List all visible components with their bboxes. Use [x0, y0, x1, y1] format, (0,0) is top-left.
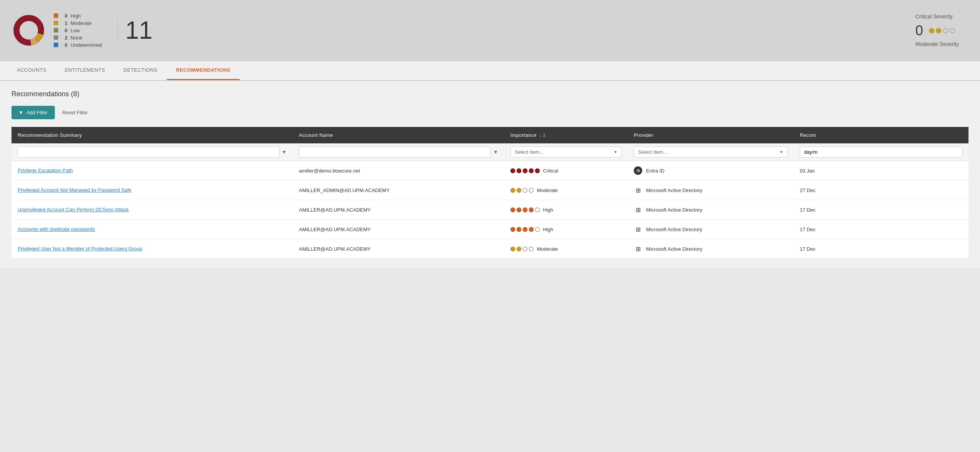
filter-importance-arrow: ▼ [613, 150, 617, 154]
legend-count-undetermined: 0 [61, 42, 67, 48]
filter-account-wrapper: ▼ [299, 146, 498, 158]
date-cell: 17 Dec [794, 239, 968, 259]
severity-row: 0 [915, 23, 959, 39]
legend-count-high: 0 [61, 13, 67, 19]
filter-summary-icon[interactable]: ▼ [282, 149, 287, 155]
importance-label: Moderate [537, 187, 558, 193]
account-cell: AMILLER@AD.UPM.ACADEMY [293, 220, 504, 239]
importance-wrapper: Critical [510, 168, 622, 174]
table-body: Privilege Escalation Path amiller@demo.b… [12, 161, 968, 259]
provider-name: Microsoft Active Directory [646, 207, 702, 213]
provider-cell: ⊞ Microsoft Active Directory [628, 220, 794, 239]
importance-dots [510, 207, 540, 212]
legend-dot-moderate [54, 21, 58, 25]
summary-link[interactable]: Privileged User Not a Member of Protecte… [18, 246, 142, 251]
entra-icon: ⊙ [634, 166, 642, 175]
account-cell: AMILLER_ADMIN@AD.UPM.ACADEMY [293, 181, 504, 200]
tab-nav: ACCOUNTS ENTITLEMENTS DETECTIONS RECOMME… [0, 61, 980, 81]
provider-cell: ⊙ Entra ID [628, 161, 794, 181]
legend-item-undetermined: 0 Undetermined [54, 42, 102, 48]
sev-dot-4 [950, 28, 955, 33]
col-importance: Importance ↓ 2 [504, 127, 628, 143]
importance-sort-indicator: ↓ 2 [539, 133, 546, 138]
imp-dot-1 [510, 168, 515, 173]
table-header-row: Recommendation Summary Account Name Impo… [12, 127, 968, 143]
tab-entitlements[interactable]: ENTITLEMENTS [56, 61, 114, 80]
importance-wrapper: High [510, 227, 622, 232]
provider-wrapper: ⊞ Microsoft Active Directory [634, 205, 788, 214]
legend-count-low: 0 [61, 28, 67, 33]
summary-cell: Privileged Account Not Managed by Passwo… [12, 181, 293, 200]
filter-recom-input[interactable] [800, 146, 962, 158]
filter-summary-cell: ▼ [12, 143, 293, 161]
legend-label-none: None [71, 35, 82, 41]
imp-dot-1 [510, 188, 515, 193]
account-name: AMILLER_ADMIN@AD.UPM.ACADEMY [299, 187, 390, 193]
imp-dot-2 [516, 227, 521, 232]
legend-label-low: Low [71, 28, 80, 33]
account-name: AMILLER@AD.UPM.ACADEMY [299, 207, 371, 213]
summary-link[interactable]: Privilege Escalation Path [18, 168, 73, 173]
filter-recom-cell [794, 143, 968, 161]
imp-dot-1 [510, 207, 515, 212]
date-value: 17 Dec [800, 227, 816, 232]
table-row: Privilege Escalation Path amiller@demo.b… [12, 161, 968, 181]
legend-label-moderate: Moderate [71, 20, 92, 26]
account-cell: AMILLER@AD.UPM.ACADEMY [293, 239, 504, 259]
filter-account-input[interactable] [299, 146, 491, 158]
summary-cell: Accounts with duplicate passwords [12, 220, 293, 239]
importance-label: High [543, 227, 553, 232]
date-value: 17 Dec [800, 207, 816, 213]
imp-dot-3 [523, 188, 528, 193]
imp-dot-3 [523, 207, 528, 212]
importance-wrapper: High [510, 207, 622, 213]
imp-dot-3 [523, 247, 528, 251]
tab-accounts[interactable]: ACCOUNTS [8, 61, 56, 80]
moderate-severity-title: Moderate Severity [915, 41, 959, 47]
main-container: 0 High 1 Moderate 0 Low 2 None [0, 0, 980, 452]
provider-cell: ⊞ Microsoft Active Directory [628, 200, 794, 220]
col-summary: Recommendation Summary [12, 127, 293, 143]
imp-dot-4 [529, 188, 534, 193]
filter-importance-cell: Select Item... ▼ [504, 143, 628, 161]
summary-link[interactable]: Accounts with duplicate passwords [18, 226, 95, 232]
date-value: 17 Dec [800, 246, 816, 252]
tab-recommendations[interactable]: RECOMMENDATIONS [167, 61, 240, 80]
importance-dots [510, 227, 540, 232]
filter-summary-input[interactable] [18, 146, 280, 158]
filter-account-icon[interactable]: ▼ [493, 149, 498, 155]
filter-account-cell: ▼ [293, 143, 504, 161]
filter-provider-select[interactable]: Select Item... ▼ [634, 146, 788, 158]
imp-dot-2 [516, 168, 521, 173]
col-account: Account Name [293, 127, 504, 143]
reset-filter-button[interactable]: Reset Filter [61, 107, 89, 118]
filter-importance-select[interactable]: Select Item... ▼ [510, 146, 622, 158]
ms-icon: ⊞ [634, 245, 642, 253]
add-filter-button[interactable]: ▼ Add Filter [12, 106, 55, 119]
col-provider: Provider [628, 127, 794, 143]
provider-name: Microsoft Active Directory [646, 246, 702, 252]
summary-link[interactable]: Privileged Account Not Managed by Passwo… [18, 187, 132, 193]
reset-filter-label: Reset Filter [62, 110, 88, 115]
importance-label: Moderate [537, 246, 558, 252]
table-row: Accounts with duplicate passwords AMILLE… [12, 220, 968, 239]
imp-dot-1 [510, 227, 515, 232]
funnel-icon: ▼ [18, 110, 23, 115]
summary-link[interactable]: Unprivileged Account Can Perform DCSync … [18, 207, 129, 212]
legend-dot-undetermined [54, 43, 58, 47]
table-row: Unprivileged Account Can Perform DCSync … [12, 200, 968, 220]
importance-cell: Critical [504, 161, 628, 181]
importance-wrapper: Moderate [510, 187, 622, 193]
recommendations-table: Recommendation Summary Account Name Impo… [12, 127, 968, 259]
summary-cell: Privileged User Not a Member of Protecte… [12, 239, 293, 259]
ms-icon: ⊞ [634, 205, 642, 214]
filter-importance-placeholder: Select Item... [515, 149, 544, 155]
legend-count-moderate: 1 [61, 20, 67, 26]
date-cell: 17 Dec [794, 220, 968, 239]
provider-cell: ⊞ Microsoft Active Directory [628, 239, 794, 259]
donut-chart-wrapper: 0 High 1 Moderate 0 Low 2 None [12, 13, 102, 48]
legend-item-moderate: 1 Moderate [54, 20, 102, 26]
sev-dot-3 [943, 28, 948, 33]
table-filter-row: ▼ ▼ Select Item... ▼ [12, 143, 968, 161]
tab-detections[interactable]: DETECTIONS [114, 61, 167, 80]
